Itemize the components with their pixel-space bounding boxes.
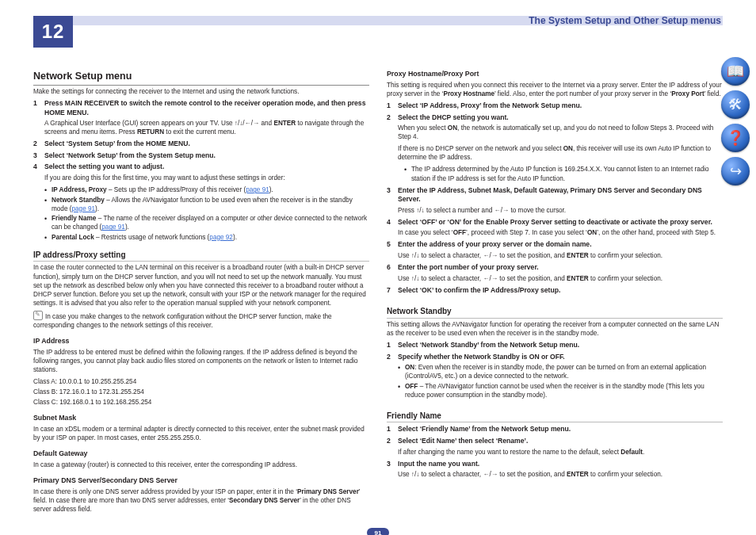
step-1: 1Press MAIN RECEIVER to switch the remot… xyxy=(33,99,369,117)
header-bar: The System Setup and Other Setup menus xyxy=(73,16,723,25)
step-4: 4Select the setting you want to adjust. xyxy=(33,162,369,172)
h-ip-address: IP Address xyxy=(33,337,369,346)
list-item: The IP address determined by the Auto IP… xyxy=(404,165,723,182)
step-1-body: A Graphical User Interface (GUI) screen … xyxy=(44,119,369,136)
step-3: 3Select ‘Network Setup’ from the System … xyxy=(33,151,369,161)
chapter-title: The System Setup and Other Setup menus xyxy=(529,16,721,25)
share-icon[interactable]: ↪ xyxy=(721,157,750,185)
h-subnet: Subnet Mask xyxy=(33,414,369,423)
document-page: 12 The System Setup and Other Setup menu… xyxy=(0,0,756,535)
r-step-4: 4Select ‘OFF’ or ‘ON’ for the Enable Pro… xyxy=(387,218,723,227)
r-step-3: 3Enter the IP Address, Subnet Mask, Defa… xyxy=(387,186,723,204)
book-icon[interactable]: 📖 xyxy=(721,57,750,86)
list-item: Parental Lock – Restricts usage of netwo… xyxy=(44,233,369,242)
fn-step-3: 3Input the name you want. xyxy=(387,460,723,469)
ns-step-2: 2Specify whether the Network Standby is … xyxy=(387,353,723,362)
step-2: 2Select ‘System Setup’ from the HOME MEN… xyxy=(33,139,369,149)
page-link[interactable]: page 91 xyxy=(71,205,95,212)
list-item: IP Address, Proxy – Sets up the IP addre… xyxy=(44,185,369,194)
r-step-6-body: Use ↑/↓ to select a character, ←/→ to se… xyxy=(398,274,723,283)
list-item: Network Standby – Allows the AVNavigator… xyxy=(44,196,369,213)
gateway-body: In case a gateway (router) is connected … xyxy=(33,460,369,469)
tools-icon[interactable]: 🛠 xyxy=(721,90,750,119)
list-item: ON: Even when the receiver is in standby… xyxy=(398,363,723,380)
ip-address-body: The IP address to be entered must be def… xyxy=(33,348,369,374)
page-link[interactable]: page 91 xyxy=(101,224,125,231)
note-icon xyxy=(33,311,43,320)
r-step-5: 5Enter the address of your proxy server … xyxy=(387,240,723,250)
r-step-2-body2: If there is no DHCP server on the networ… xyxy=(398,144,723,162)
h-network-setup: Network Setup menu xyxy=(33,70,369,86)
dns-body: In case there is only one DNS server add… xyxy=(33,487,369,514)
step-4-body: If you are doing this for the first time… xyxy=(44,174,369,182)
fn-step-3-body: Use ↑/↓ to select a character, ←/→ to se… xyxy=(398,470,723,479)
auto-ip-note: The IP address determined by the Auto IP… xyxy=(387,165,723,182)
note-ip: In case you make changes to the network … xyxy=(33,311,369,330)
r-step-3-body: Press ↑/↓ to select a number and ←/→ to … xyxy=(398,206,723,215)
proxy-host-body: This setting is required when you connec… xyxy=(387,81,723,98)
chapter-badge: 12 xyxy=(33,16,73,48)
right-column: Proxy Hostname/Proxy Port This setting i… xyxy=(387,70,723,517)
r-step-5-body: Use ↑/↓ to select a character, ←/→ to se… xyxy=(398,251,723,260)
list-item: OFF – The AVNavigator function cannot be… xyxy=(398,382,723,399)
first-time-list: IP Address, Proxy – Sets up the IP addre… xyxy=(33,185,369,242)
ns-step-1: 1Select ‘Network Standby’ from the Netwo… xyxy=(387,341,723,350)
page-link[interactable]: page 91 xyxy=(246,186,269,193)
fn-step-2-body: If after changing the name you want to r… xyxy=(398,448,723,457)
ns-options: ON: Even when the receiver is in standby… xyxy=(387,363,723,399)
h-ip-proxy: IP address/Proxy setting xyxy=(33,250,369,262)
header-row: 12 The System Setup and Other Setup menu… xyxy=(33,16,723,48)
fn-step-1: 1Select ‘Friendly Name’ from the Network… xyxy=(387,425,723,434)
h-gateway: Default Gateway xyxy=(33,449,369,459)
r-step-1: 1Select ‘IP Address, Proxy’ from the Net… xyxy=(387,101,723,111)
left-column: Network Setup menu Make the settings for… xyxy=(33,70,369,517)
r-step-6: 6Enter the port number of your proxy ser… xyxy=(387,263,723,273)
fn-step-2: 2Select ‘Edit Name’ then select ‘Rename’… xyxy=(387,437,723,446)
h-dns: Primary DNS Server/Secondary DNS Server xyxy=(33,476,369,486)
r-step-7: 7Select ‘OK’ to confirm the IP Address/P… xyxy=(387,286,723,296)
subnet-body: In case an xDSL modem or a terminal adap… xyxy=(33,425,369,442)
side-icon-strip: 📖 🛠 ❓ ↪ xyxy=(721,57,750,185)
h-friendly-name: Friendly Name xyxy=(387,411,723,423)
h-proxy-host: Proxy Hostname/Proxy Port xyxy=(387,70,723,79)
ip-proxy-body: In case the router connected to the LAN … xyxy=(33,263,369,307)
list-item: Friendly Name – The name of the receiver… xyxy=(44,214,369,231)
ns-intro: This setting allows the AVNavigator func… xyxy=(387,320,723,338)
ip-class-a: Class A: 10.0.0.1 to 10.255.255.254 xyxy=(33,377,369,386)
r-step-4-body: In case you select ‘OFF’, proceed with S… xyxy=(398,228,723,237)
page-number-badge: 91 xyxy=(367,528,389,535)
r-step-2-body: When you select ON, the network is autom… xyxy=(398,124,723,141)
page-link[interactable]: page 92 xyxy=(209,234,233,241)
help-icon[interactable]: ❓ xyxy=(721,124,750,152)
intro-text: Make the settings for connecting the rec… xyxy=(33,87,369,96)
ip-class-c: Class C: 192.168.0.1 to 192.168.255.254 xyxy=(33,398,369,407)
ip-class-b: Class B: 172.16.0.1 to 172.31.255.254 xyxy=(33,388,369,396)
h-network-standby: Network Standby xyxy=(387,306,723,319)
r-step-2: 2Select the DHCP setting you want. xyxy=(387,113,723,123)
